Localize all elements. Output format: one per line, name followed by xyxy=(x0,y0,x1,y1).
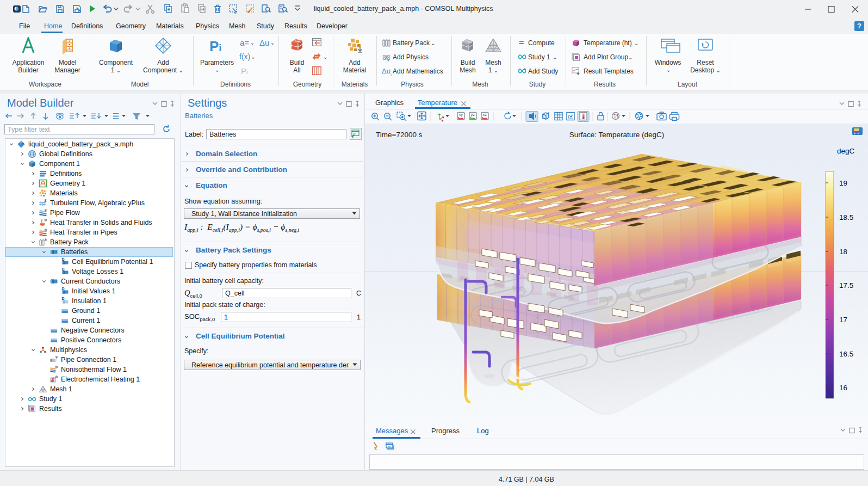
svg-text:18.5: 18.5 xyxy=(839,213,853,222)
svg-text:17: 17 xyxy=(839,316,847,324)
svg-text:16: 16 xyxy=(839,384,847,392)
svg-text:17.5: 17.5 xyxy=(839,281,853,290)
svg-text:Surface: Temperature (degC): Surface: Temperature (degC) xyxy=(569,131,665,139)
svg-text:yz: yz xyxy=(471,112,475,117)
svg-text:16.5: 16.5 xyxy=(839,350,853,358)
svg-text:19: 19 xyxy=(839,179,847,187)
svg-text:xz: xz xyxy=(483,112,487,117)
svg-text:xy: xy xyxy=(459,112,463,117)
svg-text:18: 18 xyxy=(839,248,847,256)
svg-text:Time=72000 s: Time=72000 s xyxy=(376,131,423,139)
svg-text:degC: degC xyxy=(837,147,855,155)
